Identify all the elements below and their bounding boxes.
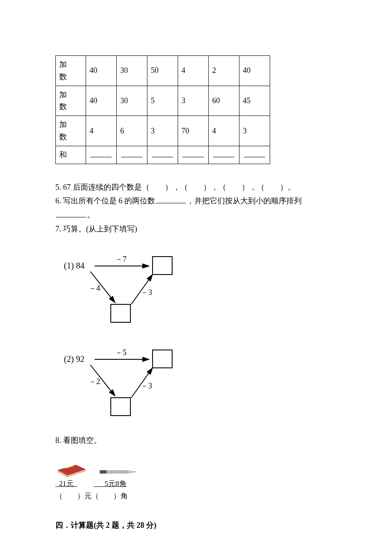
- cell: 40: [86, 56, 117, 86]
- cell: 30: [117, 86, 147, 116]
- d2-right: －3: [141, 382, 152, 390]
- q6-text-c: 。: [87, 211, 95, 219]
- cell-blank[interactable]: [239, 146, 270, 164]
- cell: 4: [209, 116, 239, 146]
- d2-top: －5: [115, 348, 127, 357]
- price-1: 21元: [55, 478, 94, 489]
- diagram-2: (2) 92 －5 －2 －3: [55, 341, 337, 422]
- svg-marker-12: [128, 471, 135, 473]
- table-row: 加数 4 6 3 70 4 3: [56, 116, 270, 146]
- svg-rect-11: [107, 471, 128, 473]
- q6-text-a: 6. 写出所有个位是 6 的两位数: [55, 197, 155, 205]
- cell: 50: [147, 56, 178, 86]
- calc-diagram-1-svg: (1) 84 －7 －4 －3: [55, 248, 183, 325]
- cell: 6: [117, 116, 147, 146]
- cell: 3: [239, 116, 270, 146]
- price-figure: 21元 5元8角 （ ）元（ ）角: [55, 457, 337, 502]
- answer-box[interactable]: [153, 257, 172, 275]
- cell-blank[interactable]: [117, 146, 147, 164]
- cell-blank[interactable]: [209, 146, 239, 164]
- q6-text-b: ，并把它们按从大到小的顺序排列: [187, 197, 302, 205]
- d2-left: －2: [89, 377, 100, 386]
- fill-blank-row[interactable]: （ ）元（ ）角: [55, 489, 153, 502]
- blank-input[interactable]: [156, 196, 186, 203]
- cell: 70: [178, 116, 209, 146]
- row-label: 加数: [56, 86, 86, 116]
- cell: 2: [209, 56, 239, 86]
- cell: 30: [117, 56, 147, 86]
- cell-blank[interactable]: [178, 146, 209, 164]
- table-row: 加数 40 30 5 3 60 45: [56, 86, 270, 116]
- question-6-line2: 。: [55, 209, 337, 221]
- blank-input[interactable]: [56, 210, 86, 217]
- table-row: 加数 40 30 50 4 2 40: [56, 56, 270, 86]
- cell: 4: [178, 56, 209, 86]
- calc-diagram-2-svg: (2) 92 －5 －2 －3: [55, 341, 183, 418]
- svg-rect-10: [100, 470, 107, 474]
- d1-label: (1) 84: [64, 261, 84, 271]
- sum-table: 加数 40 30 50 4 2 40 加数 40 30 5 3 60 45 加数…: [55, 55, 270, 164]
- cell: 5: [147, 86, 178, 116]
- pen-icon: [99, 467, 137, 477]
- cell: 45: [239, 86, 270, 116]
- answer-box[interactable]: [111, 398, 130, 416]
- d1-top: －7: [115, 255, 127, 263]
- answer-box[interactable]: [153, 350, 172, 368]
- price-2: 5元8角: [94, 478, 127, 489]
- question-5: 5. 67 后面连续的四个数是（ ），（ ），（ ），（ ）。: [55, 181, 337, 194]
- cell: 40: [239, 56, 270, 86]
- table-row: 和: [56, 146, 270, 164]
- diagram-1: (1) 84 －7 －4 －3: [55, 248, 337, 329]
- cell: 3: [147, 116, 178, 146]
- book-icon: [55, 457, 87, 477]
- row-label: 和: [56, 146, 86, 164]
- d2-label: (2) 92: [64, 354, 84, 364]
- question-8-title: 8. 看图填空。: [55, 434, 337, 447]
- row-label: 加数: [56, 56, 86, 86]
- cell-blank[interactable]: [86, 146, 117, 164]
- d1-left: －4: [89, 284, 100, 292]
- question-7-title: 7. 巧算。(从上到下填写): [55, 223, 337, 235]
- cell: 3: [178, 86, 209, 116]
- row-label: 加数: [56, 116, 86, 146]
- answer-box[interactable]: [111, 304, 130, 322]
- cell: 4: [86, 116, 117, 146]
- cell-blank[interactable]: [147, 146, 178, 164]
- cell: 40: [86, 86, 117, 116]
- section-4-title: 四．计算题(共 2 题，共 28 分): [55, 519, 337, 532]
- d1-right: －3: [141, 288, 152, 297]
- cell: 60: [209, 86, 239, 116]
- question-6: 6. 写出所有个位是 6 的两位数，并把它们按从大到小的顺序排列: [55, 195, 337, 207]
